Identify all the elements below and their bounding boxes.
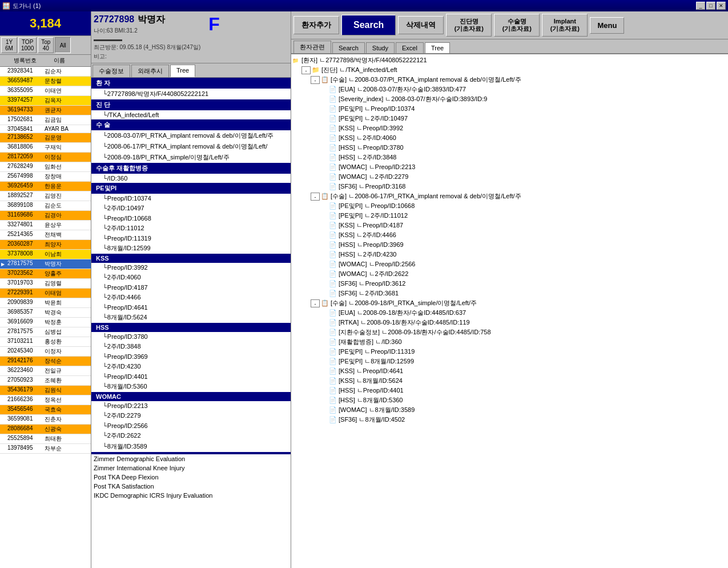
tree-s1-sf36[interactable]: 📄 [SF36] ㄴPreop/ID:3168 xyxy=(292,182,727,191)
filter-all[interactable]: All xyxy=(55,37,71,53)
list-item[interactable]: 28172059이정심 xyxy=(0,153,91,162)
list-item[interactable]: 36985357박경숙 xyxy=(0,308,91,318)
list-item[interactable]: 25214365전채백 xyxy=(0,230,91,240)
section-pepi[interactable]: PE및PI xyxy=(91,183,291,194)
implant-button[interactable]: Implant(기초자료) xyxy=(542,14,588,37)
tree-surgery1-node[interactable]: - 📋 [수술] ㄴ2008-03-07/Pl_RTKA_implant rem… xyxy=(292,75,727,85)
tab-search[interactable]: Search xyxy=(332,42,365,53)
list-item[interactable]: 36599081진춘자 xyxy=(0,415,91,425)
tree-hss-5[interactable]: └Preop/ID:4401 xyxy=(91,372,291,381)
tree-s2-hss2[interactable]: 📄 [HSS] ㄴ2주/ID:4230 xyxy=(292,250,727,259)
tree-kss-3[interactable]: └Preop/ID:4187 xyxy=(91,283,291,292)
surgery2-expand-icon[interactable]: - xyxy=(311,193,320,201)
tree-ikdc[interactable]: IKDC Demographic ICRS Injury Evaluation xyxy=(91,491,291,500)
patient-list[interactable]: 23928341김순자 36659487문창렬 36355095이태연 3397… xyxy=(0,67,91,568)
list-item[interactable]: 33974257김옥자 xyxy=(0,96,91,106)
tree-s3-hss2[interactable]: 📄 [HSS] ㄴ8개월/ID:5360 xyxy=(292,395,727,405)
tree-hss-6[interactable]: └8개월/ID:5360 xyxy=(91,381,291,392)
tab-study[interactable]: Study xyxy=(366,42,395,53)
tree-s3-womac[interactable]: 📄 [WOMAC] ㄴ8개월/ID:3589 xyxy=(292,405,727,415)
section-surgery[interactable]: 수 술 xyxy=(91,119,291,130)
tree-s1-kss1[interactable]: 📄 [KSS] ㄴPreop/ID:3992 xyxy=(292,123,727,133)
list-item[interactable]: 36818806구재익 xyxy=(0,143,91,153)
tab-surgery-info[interactable]: 수술정보 xyxy=(92,65,130,77)
list-item[interactable]: 17502681김금임 xyxy=(0,115,91,125)
tree-patient-item[interactable]: └27727898/박명자/F/4408052222121 xyxy=(91,89,291,99)
tree-s3-kss1[interactable]: 📄 [KSS] ㄴPreop/ID:4641 xyxy=(292,366,727,376)
middle-tree-list[interactable]: 환 자 └27727898/박명자/F/4408052222121 진 단 └/… xyxy=(91,78,291,568)
tree-view[interactable]: 📁 [환자] ㄴ27727898/박명자/F/4408052222121 - 📁… xyxy=(291,54,728,568)
tree-diagnosis-node[interactable]: - 📁 [진단] ㄴ/TKA_infected/Left xyxy=(292,65,727,75)
tree-s1-eua[interactable]: 📄 [EUA] ㄴ2008-03-07/환자/수술ID:3893/ID:477 xyxy=(292,85,727,94)
tree-s3-rehab[interactable]: 📄 [재활합병증] ㄴ/ID:360 xyxy=(292,337,727,347)
section-diagnosis[interactable]: 진 단 xyxy=(91,99,291,110)
tree-pepi-2[interactable]: └2주/ID:10497 xyxy=(91,203,291,214)
list-item[interactable]: 37019703김영렬 xyxy=(0,279,91,289)
list-item[interactable]: 36355095이태연 xyxy=(0,86,91,96)
tree-zimmer-intl[interactable]: Zimmer International Knee Injury xyxy=(91,463,291,473)
list-item[interactable]: 37103211홍성환 xyxy=(0,337,91,347)
tree-kss-5[interactable]: └Preop/ID:4641 xyxy=(91,303,291,312)
list-item[interactable]: 20909839박윤희 xyxy=(0,298,91,308)
tree-s3-rtka[interactable]: 📄 [RTKA] ㄴ2008-09-18/환자/수술ID:4485/ID:119 xyxy=(292,318,727,327)
tree-womac-4[interactable]: └2주/ID:2622 xyxy=(91,430,291,441)
tree-pepi-6[interactable]: └8개월/ID:12599 xyxy=(91,243,291,254)
list-item[interactable]: ▶27817575박명자 xyxy=(0,259,91,269)
list-item[interactable]: 36916609박정훈 xyxy=(0,318,91,327)
list-item[interactable]: 25674998장창매 xyxy=(0,172,91,182)
tree-surgery2-node[interactable]: - 📋 [수술] ㄴ2008-06-17/Pl_RTKA_implant rem… xyxy=(292,191,727,201)
section-kss[interactable]: KSS xyxy=(91,254,291,263)
tree-womac-3[interactable]: └Preop/ID:2566 xyxy=(91,421,291,430)
tree-hss-2[interactable]: └2주/ID:3848 xyxy=(91,341,291,352)
tree-pepi-5[interactable]: └Preop/ID:11319 xyxy=(91,234,291,243)
tree-womac-5[interactable]: └8개월/ID:3589 xyxy=(91,441,291,452)
list-item[interactable]: 36659487문창렬 xyxy=(0,77,91,86)
list-item[interactable]: 36926459한응운 xyxy=(0,182,91,191)
tree-zimmer-demo[interactable]: Zimmer Demographic Evaluation xyxy=(91,454,291,463)
list-item[interactable]: 27628249임화선 xyxy=(0,162,91,172)
list-item[interactable]: 35436179김원식 xyxy=(0,386,91,395)
tree-s2-pepi2[interactable]: 📄 [PE및PI] ㄴ2주/ID:11012 xyxy=(292,211,727,221)
list-item[interactable]: 21666236정옥선 xyxy=(0,395,91,405)
list-item[interactable]: 36899108김순도 xyxy=(0,201,91,211)
tree-s3-sf36[interactable]: 📄 [SF36] ㄴ8개월/ID:4502 xyxy=(292,415,727,425)
tab-excel[interactable]: Excel xyxy=(396,42,424,53)
list-item[interactable]: 28086684신광숙 xyxy=(0,425,91,434)
close-button[interactable]: ✕ xyxy=(717,2,726,10)
minimize-button[interactable]: _ xyxy=(696,2,705,10)
list-item[interactable]: 27138652김운영 xyxy=(0,133,91,143)
tree-surgery-item1[interactable]: └2008-03-07/Pl_RTKA_implant removal & de… xyxy=(91,130,291,141)
list-item[interactable]: 35456546국효숙 xyxy=(0,405,91,415)
tree-pepi-3[interactable]: └Preop/ID:10668 xyxy=(91,214,291,223)
tree-post-tka-sat[interactable]: Post TKA Satisfaction xyxy=(91,482,291,491)
list-item[interactable]: 36194733권균자 xyxy=(0,106,91,115)
search-button[interactable]: Search xyxy=(341,15,396,35)
tree-pepi-4[interactable]: └2주/ID:11012 xyxy=(91,223,291,234)
tree-hss-4[interactable]: └2주/ID:4230 xyxy=(91,361,291,372)
surgery1-expand-icon[interactable]: - xyxy=(311,76,320,84)
tree-s3-pepi2[interactable]: 📄 [PE및PI] ㄴ8개월/ID:12599 xyxy=(292,357,727,366)
tab-tree[interactable]: Tree xyxy=(170,65,195,77)
tree-surgery-item3[interactable]: └2008-09-18/Pl_RTKA_simple/이명철/Left/주 xyxy=(91,152,291,163)
diagnosis-expand-icon[interactable]: - xyxy=(301,66,311,74)
section-hss[interactable]: HSS xyxy=(91,323,291,332)
tree-s1-womac2[interactable]: 📄 [WOMAC] ㄴ2주/ID:2279 xyxy=(292,172,727,182)
list-item[interactable]: 23928341김순자 xyxy=(0,67,91,77)
tree-s1-kss2[interactable]: 📄 [KSS] ㄴ2주/ID:4060 xyxy=(292,133,727,143)
tree-hss-3[interactable]: └Preop/ID:3969 xyxy=(91,352,291,361)
section-womac[interactable]: WOMAC xyxy=(91,392,291,401)
tab-outpatient[interactable]: 외래추시 xyxy=(131,65,169,77)
tree-s1-womac1[interactable]: 📄 [WOMAC] ㄴPreop/ID:2213 xyxy=(292,162,727,172)
tab-patient-related[interactable]: 환자관련 xyxy=(293,41,331,53)
tree-s3-kss2[interactable]: 📄 [KSS] ㄴ8개월/ID:5624 xyxy=(292,376,727,386)
list-item[interactable]: 31169686김경아 xyxy=(0,211,91,221)
tree-post-tka-flex[interactable]: Post TKA Deep Flexion xyxy=(91,473,291,482)
tree-s2-pepi1[interactable]: 📄 [PE및PI] ㄴPreop/ID:10668 xyxy=(292,201,727,211)
tree-s3-pepi1[interactable]: 📄 [PE및PI] ㄴPreop/ID:11319 xyxy=(292,347,727,357)
surgery-button[interactable]: 수술명(기초자료) xyxy=(494,14,540,37)
list-item[interactable]: 37045841AYAR BA xyxy=(0,125,91,133)
list-item[interactable]: 25525894최태환 xyxy=(0,434,91,444)
list-item[interactable]: 36223460전일규 xyxy=(0,366,91,376)
tree-root[interactable]: 📁 [환자] ㄴ27727898/박명자/F/4408052222121 xyxy=(292,55,727,65)
tree-rehab-item[interactable]: └/ID:360 xyxy=(91,174,291,183)
